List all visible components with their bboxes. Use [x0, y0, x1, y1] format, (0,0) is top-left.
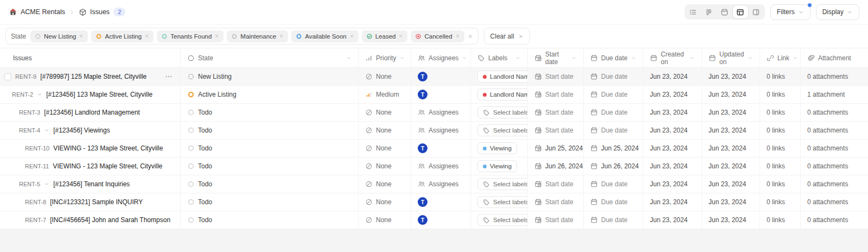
clear-all-button[interactable]: Clear all	[484, 28, 530, 45]
state-cell[interactable]: Todo	[180, 193, 358, 211]
filter-chip[interactable]: Active Listing	[91, 30, 154, 42]
row-checkbox[interactable]	[4, 73, 11, 80]
state-cell[interactable]: Todo	[180, 175, 358, 193]
links-cell[interactable]: 0 links	[760, 158, 800, 175]
select-labels-button[interactable]: Select labels	[477, 214, 527, 226]
links-cell[interactable]: 0 links	[760, 193, 800, 211]
due-date-cell[interactable]: Due date	[583, 193, 643, 211]
state-cell[interactable]: Todo	[180, 211, 358, 229]
created-on-cell[interactable]: Jun 23, 2024	[643, 140, 701, 157]
issue-cell[interactable]: RENT-9[#789987] 125 Maple Street, Cityvi…	[0, 68, 180, 85]
attachments-cell[interactable]: 0 attachments	[800, 193, 868, 211]
assignees-cell[interactable]: Assignees	[411, 104, 470, 121]
column-header-attachment[interactable]: Attachment	[800, 48, 868, 67]
assignees-cell[interactable]: T	[411, 68, 470, 85]
column-header-link[interactable]: Link	[760, 48, 800, 67]
assignee-avatar[interactable]: T	[418, 90, 427, 99]
priority-cell[interactable]: None	[358, 193, 411, 211]
attachments-cell[interactable]: 0 attachments	[800, 175, 868, 193]
chip-close-icon[interactable]	[144, 34, 149, 39]
start-date-cell[interactable]: Start date	[527, 86, 583, 103]
start-date-cell[interactable]: Jun 26, 2024	[527, 158, 583, 175]
updated-on-cell[interactable]: Jun 23, 2024	[701, 86, 760, 103]
labels-cell[interactable]: Select labels	[470, 211, 527, 229]
more-actions-icon[interactable]	[165, 73, 174, 80]
list-view-button[interactable]	[686, 5, 701, 18]
links-cell[interactable]: 0 links	[760, 211, 800, 229]
filters-button[interactable]: Filters	[770, 4, 810, 20]
issue-row[interactable]: RENT-10VIEWING - 123 Maple Street, Cityv…	[0, 140, 868, 158]
assignee-avatar[interactable]: T	[418, 143, 427, 153]
attachments-cell[interactable]: 1 attachment	[800, 86, 868, 103]
chip-close-icon[interactable]	[214, 34, 219, 39]
links-cell[interactable]: 0 links	[760, 86, 800, 103]
column-header-state[interactable]: State	[180, 48, 358, 67]
links-cell[interactable]: 0 links	[760, 175, 800, 193]
attachments-cell[interactable]: 0 attachments	[800, 68, 868, 85]
labels-cell[interactable]: Viewing	[470, 140, 527, 157]
assignee-avatar[interactable]: T	[418, 72, 427, 81]
attachments-cell[interactable]: 0 attachments	[800, 104, 868, 121]
due-date-cell[interactable]: Due date	[583, 211, 643, 229]
column-header-labels[interactable]: Labels	[470, 48, 527, 67]
filter-chip[interactable]: Cancelled	[411, 30, 464, 42]
issue-cell[interactable]: RENT-4[#123456] Viewings	[0, 122, 180, 139]
due-date-cell[interactable]: Due date	[583, 122, 643, 139]
filter-chip[interactable]: Maintenance	[227, 30, 288, 42]
state-cell[interactable]: Todo	[180, 158, 358, 175]
state-cell[interactable]: Todo	[180, 122, 358, 139]
display-button[interactable]: Display	[816, 4, 859, 20]
labels-cell[interactable]: Landlord Name 1	[470, 68, 527, 85]
updated-on-cell[interactable]: Jun 23, 2024	[701, 158, 760, 175]
issue-cell[interactable]: RENT-2[#123456] 123 Maple Street, Cityvi…	[0, 86, 180, 103]
updated-on-cell[interactable]: Jun 23, 2024	[701, 140, 760, 157]
issue-cell[interactable]: RENT-5[#123456] Tenant Inquiries	[0, 175, 180, 193]
breadcrumb-workspace[interactable]: ACME Rentals	[9, 8, 65, 16]
due-date-cell[interactable]: Jun 25, 2024	[583, 140, 643, 157]
filter-chip[interactable]: Tenants Found	[157, 30, 224, 42]
priority-cell[interactable]: None	[358, 68, 411, 85]
priority-cell[interactable]: None	[358, 211, 411, 229]
chip-close-icon[interactable]	[79, 34, 84, 39]
updated-on-cell[interactable]: Jun 23, 2024	[701, 193, 760, 211]
label-chip[interactable]: Landlord Name 1	[477, 71, 527, 83]
created-on-cell[interactable]: Jun 23, 2024	[643, 211, 701, 229]
labels-cell[interactable]: Viewing	[470, 158, 527, 175]
select-labels-button[interactable]: Select labels	[477, 178, 527, 190]
links-cell[interactable]: 0 links	[760, 140, 800, 157]
due-date-cell[interactable]: Due date	[583, 68, 643, 85]
issue-row[interactable]: RENT-11VIEWING - 123 Maple Street, Cityv…	[0, 158, 868, 175]
label-chip[interactable]: Landlord Name 1	[477, 89, 527, 100]
due-date-cell[interactable]: Due date	[583, 175, 643, 193]
issue-row[interactable]: RENT-8[INC#123321] Sample INQUIRYTodoNon…	[0, 193, 868, 211]
column-header-start[interactable]: Start date	[527, 48, 583, 67]
start-date-cell[interactable]: Start date	[527, 104, 583, 121]
issue-cell[interactable]: RENT-3[#123456] Landlord Management	[0, 104, 180, 121]
labels-cell[interactable]: Landlord Name 1	[470, 86, 527, 103]
priority-cell[interactable]: None	[358, 175, 411, 193]
assignees-cell[interactable]: T	[411, 193, 470, 211]
due-date-cell[interactable]: Due date	[583, 86, 643, 103]
start-date-cell[interactable]: Start date	[527, 122, 583, 139]
links-cell[interactable]: 0 links	[760, 68, 800, 85]
panel-view-button[interactable]	[749, 5, 764, 18]
priority-cell[interactable]: None	[358, 140, 411, 157]
labels-cell[interactable]: Select labels	[470, 104, 527, 121]
assignees-cell[interactable]: Assignees	[411, 158, 470, 175]
board-view-button[interactable]	[701, 5, 717, 18]
updated-on-cell[interactable]: Jun 23, 2024	[701, 68, 760, 85]
created-on-cell[interactable]: Jun 23, 2024	[643, 86, 701, 103]
priority-cell[interactable]: None	[358, 122, 411, 139]
state-cell[interactable]: New Listing	[180, 68, 358, 85]
start-date-cell[interactable]: Start date	[527, 175, 583, 193]
issue-cell[interactable]: RENT-8[INC#123321] Sample INQUIRY	[0, 193, 180, 211]
labels-cell[interactable]: Select labels	[470, 122, 527, 139]
attachments-cell[interactable]: 0 attachments	[800, 158, 868, 175]
column-header-priority[interactable]: Priority	[358, 48, 411, 67]
chip-close-icon[interactable]	[349, 34, 354, 39]
expand-chevron-icon[interactable]	[37, 92, 42, 97]
expand-chevron-icon[interactable]	[44, 128, 49, 133]
created-on-cell[interactable]: Jun 23, 2024	[643, 158, 701, 175]
start-date-cell[interactable]: Start date	[527, 68, 583, 85]
links-cell[interactable]: 0 links	[760, 104, 800, 121]
